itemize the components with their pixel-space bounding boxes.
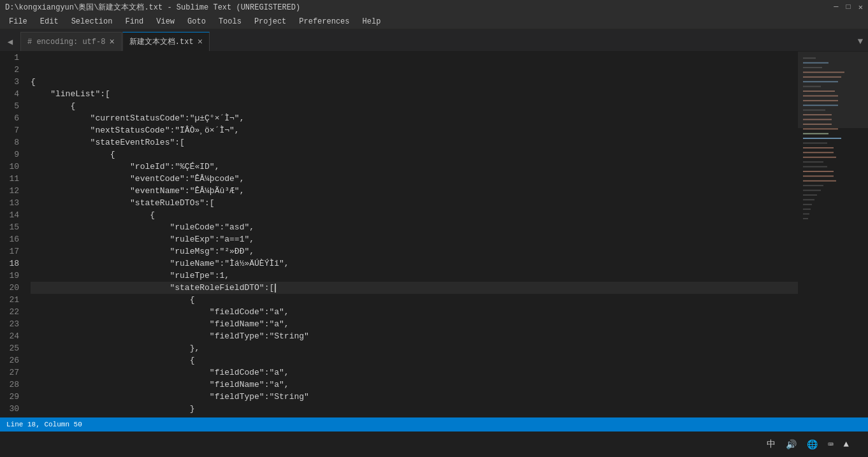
code-line-5: "nextStatusCode":"ÏÂÒ»¸ö×´Ì¬", — [31, 124, 798, 136]
taskbar-icon-1[interactable]: 🔊 — [783, 437, 799, 453]
text-cursor — [275, 284, 276, 293]
minimap-highlight — [798, 52, 868, 128]
code-line-21: "fieldName":"a", — [31, 318, 798, 330]
menu-bar: File Edit Selection Find View Goto Tools… — [0, 14, 868, 29]
svg-rect-32 — [803, 208, 811, 210]
line-number-3: 3 — [5, 76, 19, 88]
line-number-10: 10 — [5, 161, 19, 173]
tab-main-file-label: 新建文本文档.txt — [129, 36, 194, 47]
line-number-13: 13 — [5, 197, 19, 209]
tab-main-file-close[interactable]: × — [198, 37, 203, 47]
svg-rect-24 — [803, 171, 834, 172]
code-line-27: "fieldType":"String" — [31, 391, 798, 403]
taskbar-clock — [857, 442, 862, 447]
tab-encoding-close[interactable]: × — [109, 37, 114, 47]
line-number-30: 30 — [5, 403, 19, 415]
code-line-1: { — [31, 76, 798, 88]
tab-main-file[interactable]: 新建文本文档.txt × — [122, 32, 210, 51]
svg-rect-16 — [803, 133, 828, 134]
svg-rect-25 — [803, 175, 834, 177]
menu-view[interactable]: View — [150, 14, 181, 29]
code-line-23: }, — [31, 342, 798, 354]
tab-encoding[interactable]: # encoding: utf-8 × — [20, 32, 122, 51]
minimize-button[interactable]: — — [834, 3, 838, 12]
code-line-28: } — [31, 403, 798, 415]
code-line-19: { — [31, 294, 798, 306]
status-bar: Line 18, Column 50 — [0, 417, 868, 432]
line-number-1: 1 — [5, 52, 19, 64]
menu-edit[interactable]: Edit — [34, 14, 65, 29]
line-number-11: 11 — [5, 173, 19, 185]
menu-help[interactable]: Help — [356, 14, 387, 29]
code-line-22: "fieldType":"String" — [31, 330, 798, 342]
menu-tools[interactable]: Tools — [212, 14, 248, 29]
line-number-20: 20 — [5, 282, 19, 294]
svg-rect-18 — [803, 143, 827, 144]
code-line-11: "stateRuleDTOs":[ — [31, 197, 798, 209]
line-number-19: 19 — [5, 270, 19, 282]
code-line-10: "eventName":"ÊÂ¼þÃû³Æ", — [31, 185, 798, 197]
taskbar-input-icon[interactable]: 中 — [764, 436, 778, 453]
code-line-16: "ruleName":"Ìá½»ÄÚÈÝÌî", — [31, 258, 798, 270]
menu-goto[interactable]: Goto — [181, 14, 212, 29]
line-number-25: 25 — [5, 342, 19, 354]
line-number-26: 26 — [5, 354, 19, 366]
line-number-5: 5 — [5, 100, 19, 112]
code-line-17: "ruleTpe":1, — [31, 270, 798, 282]
svg-rect-27 — [803, 185, 823, 186]
svg-rect-23 — [803, 166, 827, 168]
menu-find[interactable]: Find — [119, 14, 150, 29]
code-line-24: { — [31, 354, 798, 366]
code-line-4: "currentStatusCode":"µ±Ç°×´Ì¬", — [31, 112, 798, 124]
code-line-8: "roleId":"%ÇÉ«ID", — [31, 161, 798, 173]
menu-preferences[interactable]: Preferences — [293, 14, 356, 29]
menu-selection[interactable]: Selection — [65, 14, 119, 29]
taskbar-icon-4[interactable]: ▲ — [841, 437, 851, 452]
code-line-29: ] — [31, 415, 798, 417]
line-number-27: 27 — [5, 366, 19, 379]
code-line-15: "ruleMsg":"²»ÐÐ", — [31, 245, 798, 258]
svg-rect-33 — [803, 214, 809, 215]
svg-rect-19 — [803, 147, 834, 149]
status-position[interactable]: Line 18, Column 50 — [6, 421, 82, 428]
title-text: D:\kongxiangyun\奥国\新建文本文档.txt - Sublime … — [5, 2, 834, 13]
line-number-17: 17 — [5, 245, 19, 258]
code-line-12: { — [31, 209, 798, 221]
tab-nav-right[interactable]: ▼ — [853, 32, 868, 51]
svg-rect-17 — [803, 138, 841, 139]
code-content[interactable]: { "lineList":[ { "currentStatusCode":"µ±… — [27, 52, 798, 417]
tab-nav-left[interactable]: ◀ — [3, 32, 18, 51]
line-number-14: 14 — [5, 209, 19, 221]
svg-rect-21 — [803, 157, 836, 158]
line-number-2: 2 — [5, 64, 19, 76]
line-numbers: 1234567891011121314151617181920212223242… — [0, 52, 27, 417]
svg-rect-34 — [803, 218, 808, 219]
line-number-15: 15 — [5, 221, 19, 233]
line-number-8: 8 — [5, 136, 19, 149]
svg-rect-26 — [803, 180, 836, 182]
line-number-29: 29 — [5, 391, 19, 403]
title-bar: D:\kongxiangyun\奥国\新建文本文档.txt - Sublime … — [0, 0, 868, 14]
code-line-18: "stateRoleFieldDTO":[ — [31, 282, 798, 294]
code-line-2: "lineList":[ — [31, 88, 798, 100]
taskbar: 中 🔊 🌐 ⌨ ▲ — [0, 432, 868, 457]
code-line-13: "ruleCode":"asd", — [31, 221, 798, 233]
tab-bar: ◀ # encoding: utf-8 × 新建文本文档.txt × ▼ — [0, 29, 868, 52]
svg-rect-20 — [803, 152, 834, 153]
line-number-16: 16 — [5, 233, 19, 245]
maximize-button[interactable]: □ — [846, 3, 851, 12]
code-line-9: "eventCode":"ÊÂ¼þcode", — [31, 173, 798, 185]
code-line-26: "fieldName":"a", — [31, 379, 798, 391]
line-number-23: 23 — [5, 318, 19, 330]
taskbar-icon-3[interactable]: ⌨ — [825, 437, 835, 453]
taskbar-icon-2[interactable]: 🌐 — [804, 437, 820, 453]
close-button[interactable]: ✕ — [858, 3, 863, 12]
code-line-25: "fieldCode":"a", — [31, 366, 798, 379]
menu-file[interactable]: File — [3, 14, 34, 29]
menu-project[interactable]: Project — [248, 14, 293, 29]
svg-rect-31 — [803, 204, 812, 205]
svg-rect-22 — [803, 161, 823, 163]
line-number-9: 9 — [5, 149, 19, 161]
minimap[interactable] — [798, 52, 868, 417]
editor-area: 1234567891011121314151617181920212223242… — [0, 52, 868, 417]
